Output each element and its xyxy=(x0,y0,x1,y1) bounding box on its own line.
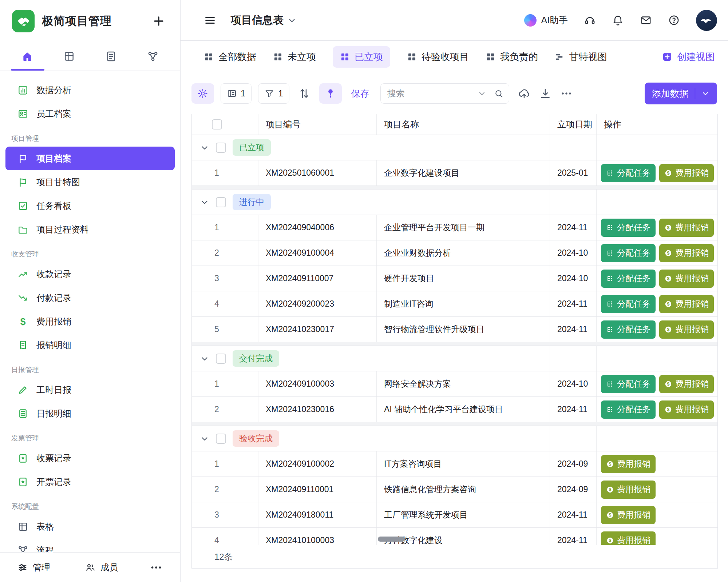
headset-icon[interactable] xyxy=(584,14,596,26)
expense-claim-button[interactable]: $费用报销 xyxy=(601,481,656,499)
project-code-cell: XM202409100004 xyxy=(258,240,377,266)
sidebar-item-payments[interactable]: 付款记录 xyxy=(5,286,175,310)
assign-task-button[interactable]: 分配任务 xyxy=(601,320,656,339)
assign-task-button[interactable]: 分配任务 xyxy=(601,400,656,419)
assign-task-button[interactable]: 分配任务 xyxy=(601,375,656,393)
table-row[interactable]: 1 XM202409040006 企业管理平台开发项目一期 2024-11 分配… xyxy=(192,215,717,240)
sidebar-item-task-board[interactable]: 任务看板 xyxy=(5,194,175,218)
bell-icon[interactable] xyxy=(612,14,624,26)
view-tab-all-data[interactable]: 全部数据 xyxy=(204,51,256,63)
sort-icon[interactable] xyxy=(298,87,310,100)
sidebar-item-project-gantt[interactable]: 项目甘特图 xyxy=(5,170,175,194)
view-tab-initiated[interactable]: 已立项 xyxy=(333,46,390,68)
download-icon[interactable] xyxy=(539,87,551,100)
upload-icon[interactable] xyxy=(518,87,530,100)
collapse-chevron-icon[interactable] xyxy=(200,143,209,152)
group-checkbox[interactable] xyxy=(216,434,226,444)
expense-claim-button[interactable]: $费用报销 xyxy=(659,295,714,313)
filter-button[interactable]: 1 xyxy=(258,83,289,104)
sidebar-item-invoice-issued[interactable]: 开票记录 xyxy=(5,470,175,494)
add-app-icon[interactable] xyxy=(152,14,166,28)
view-tab-pending-acceptance[interactable]: 待验收项目 xyxy=(407,51,469,63)
collapse-chevron-icon[interactable] xyxy=(200,434,209,443)
search-chevron-down-icon[interactable] xyxy=(478,89,486,98)
fields-config-button[interactable]: 1 xyxy=(221,83,252,104)
view-tab-my-projects[interactable]: 我负责的 xyxy=(486,51,538,63)
save-button[interactable]: 保存 xyxy=(351,88,369,100)
sidebar-item-receipts[interactable]: 收款记录 xyxy=(5,262,175,286)
expense-claim-button[interactable]: $费用报销 xyxy=(659,270,714,288)
create-view-button[interactable]: 创建视图 xyxy=(662,51,715,63)
sidebar-tab-flows[interactable] xyxy=(141,42,165,71)
sidebar-item-tables[interactable]: 表格 xyxy=(5,515,175,538)
view-tab-gantt[interactable]: 甘特视图 xyxy=(555,51,607,63)
project-code-cell: XM202410230016 xyxy=(258,397,377,422)
table-row[interactable]: 2 XM202409100004 企业业财数据分析 2024-10 分配任务 $… xyxy=(192,240,717,266)
group-checkbox[interactable] xyxy=(216,143,226,153)
sidebar-tab-tables[interactable] xyxy=(57,42,81,71)
table-row[interactable]: 3 XM202409110007 硬件开发项目 2024-10 分配任务 $费用… xyxy=(192,266,717,291)
table-row[interactable]: 2 XM202410230016 AI 辅助个性化学习平台建设项目 2024-1… xyxy=(192,397,717,422)
add-data-button[interactable]: 添加数据 xyxy=(645,83,717,104)
table-row[interactable]: 1 XM202501060001 企业数字化建设项目 2025-01 分配任务 … xyxy=(192,160,717,186)
table-row[interactable]: 2 XM202409110001 铁路信息化管理方案咨询 2024-09 $费用… xyxy=(192,477,717,502)
expense-claim-button[interactable]: $费用报销 xyxy=(659,164,714,182)
table-row[interactable]: 4 XM202410100003 万科数字化建设 2024-11 $费用报销 xyxy=(192,528,717,545)
sidebar-item-employee-files[interactable]: 员工档案 xyxy=(5,102,175,125)
group-checkbox[interactable] xyxy=(216,197,226,207)
table-row[interactable]: 3 XM202409180011 工厂管理系统开发项目 2024-11 $费用报… xyxy=(192,502,717,528)
group-checkbox[interactable] xyxy=(216,354,226,364)
actions-cell: 分配任务 $费用报销 xyxy=(597,266,717,291)
svg-text:$: $ xyxy=(667,225,670,230)
assign-task-button[interactable]: 分配任务 xyxy=(601,270,656,288)
title-chevron-down-icon[interactable] xyxy=(287,16,297,25)
table-row[interactable]: 5 XM202410230017 智行物流管理软件升级项目 2024-11 分配… xyxy=(192,317,717,342)
search-input[interactable] xyxy=(387,88,474,99)
sidebar-item-work-daily[interactable]: 工时日报 xyxy=(5,378,175,402)
sidebar-item-project-archive[interactable]: 项目档案 xyxy=(5,147,175,170)
manage-button[interactable]: 管理 xyxy=(17,562,50,573)
pin-button[interactable] xyxy=(319,83,342,104)
collapse-chevron-icon[interactable] xyxy=(200,354,209,363)
horizontal-scrollbar-thumb[interactable] xyxy=(378,537,405,542)
members-button[interactable]: 成员 xyxy=(85,562,118,573)
expense-claim-button[interactable]: $费用报销 xyxy=(659,375,714,393)
view-tab-not-initiated[interactable]: 未立项 xyxy=(273,51,316,63)
sidebar-item-expense-claims[interactable]: $ 费用报销 xyxy=(5,310,175,333)
assign-task-button[interactable]: 分配任务 xyxy=(601,164,656,182)
expense-claim-button[interactable]: $费用报销 xyxy=(601,506,656,524)
expense-claim-button[interactable]: $费用报销 xyxy=(659,400,714,419)
svg-text:$: $ xyxy=(667,251,670,256)
select-all-checkbox[interactable] xyxy=(212,119,222,129)
expense-claim-button[interactable]: $费用报销 xyxy=(601,455,656,473)
collapse-chevron-icon[interactable] xyxy=(200,198,209,207)
assign-task-button[interactable]: 分配任务 xyxy=(601,295,656,313)
table-row[interactable]: 1 XM202409100003 网络安全解决方案 2024-10 分配任务 $… xyxy=(192,371,717,397)
settings-button[interactable] xyxy=(191,83,214,104)
sidebar-tab-docs[interactable] xyxy=(99,42,123,71)
trend-down-icon xyxy=(17,292,28,303)
expense-claim-button[interactable]: $费用报销 xyxy=(601,531,656,545)
sidebar-item-invoice-received[interactable]: 收票记录 xyxy=(5,446,175,470)
table-row[interactable]: 4 XM202409200023 制造业IT咨询 2024-11 分配任务 $费… xyxy=(192,291,717,317)
expense-claim-button[interactable]: $费用报销 xyxy=(659,219,714,237)
assign-task-button[interactable]: 分配任务 xyxy=(601,244,656,262)
expense-claim-button[interactable]: $费用报销 xyxy=(659,244,714,262)
sidebar-item-data-analysis[interactable]: 数据分析 xyxy=(5,78,175,102)
sidebar-item-project-materials[interactable]: 项目过程资料 xyxy=(5,218,175,241)
help-icon[interactable] xyxy=(668,14,680,26)
assign-task-button[interactable]: 分配任务 xyxy=(601,219,656,237)
more-icon[interactable] xyxy=(150,561,163,574)
user-avatar[interactable] xyxy=(696,10,717,31)
table-row[interactable]: 1 XM202409100002 IT方案咨询项目 2024-09 $费用报销 xyxy=(192,451,717,477)
more-actions-icon[interactable] xyxy=(560,87,573,100)
sidebar-item-claim-details[interactable]: 报销明细 xyxy=(5,333,175,357)
expense-claim-button[interactable]: $费用报销 xyxy=(659,320,714,339)
ai-assistant-button[interactable]: AI助手 xyxy=(524,14,568,27)
topbar: 项目信息表 AI助手 xyxy=(181,0,728,41)
search-icon[interactable] xyxy=(494,89,504,99)
sidebar-tab-home[interactable] xyxy=(15,42,39,71)
sidebar-item-daily-details[interactable]: 日报明细 xyxy=(5,402,175,425)
hamburger-icon[interactable] xyxy=(204,14,216,27)
inbox-icon[interactable] xyxy=(640,14,652,26)
